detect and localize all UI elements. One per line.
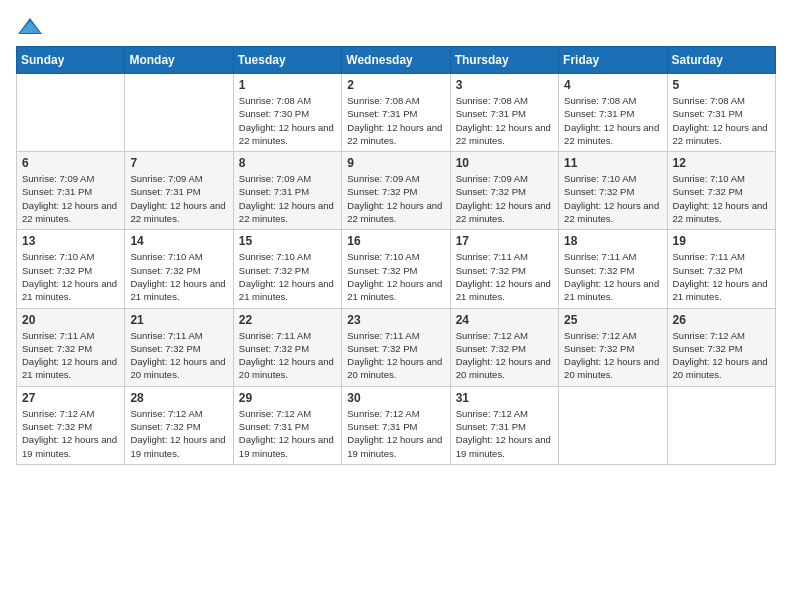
calendar-cell: 8Sunrise: 7:09 AM Sunset: 7:31 PM Daylig… (233, 152, 341, 230)
calendar-cell (125, 74, 233, 152)
day-info: Sunrise: 7:12 AM Sunset: 7:32 PM Dayligh… (673, 329, 770, 382)
day-number: 2 (347, 78, 444, 92)
day-info: Sunrise: 7:12 AM Sunset: 7:31 PM Dayligh… (239, 407, 336, 460)
day-number: 27 (22, 391, 119, 405)
day-number: 25 (564, 313, 661, 327)
day-info: Sunrise: 7:11 AM Sunset: 7:32 PM Dayligh… (22, 329, 119, 382)
day-number: 7 (130, 156, 227, 170)
calendar-cell: 21Sunrise: 7:11 AM Sunset: 7:32 PM Dayli… (125, 308, 233, 386)
day-info: Sunrise: 7:10 AM Sunset: 7:32 PM Dayligh… (347, 250, 444, 303)
day-number: 22 (239, 313, 336, 327)
calendar-cell: 3Sunrise: 7:08 AM Sunset: 7:31 PM Daylig… (450, 74, 558, 152)
day-info: Sunrise: 7:12 AM Sunset: 7:31 PM Dayligh… (347, 407, 444, 460)
day-number: 21 (130, 313, 227, 327)
day-number: 14 (130, 234, 227, 248)
day-info: Sunrise: 7:08 AM Sunset: 7:31 PM Dayligh… (673, 94, 770, 147)
day-number: 16 (347, 234, 444, 248)
calendar-table: SundayMondayTuesdayWednesdayThursdayFrid… (16, 46, 776, 465)
calendar-cell: 30Sunrise: 7:12 AM Sunset: 7:31 PM Dayli… (342, 386, 450, 464)
calendar-cell: 28Sunrise: 7:12 AM Sunset: 7:32 PM Dayli… (125, 386, 233, 464)
calendar-cell: 31Sunrise: 7:12 AM Sunset: 7:31 PM Dayli… (450, 386, 558, 464)
calendar-week-row: 27Sunrise: 7:12 AM Sunset: 7:32 PM Dayli… (17, 386, 776, 464)
day-info: Sunrise: 7:10 AM Sunset: 7:32 PM Dayligh… (673, 172, 770, 225)
day-info: Sunrise: 7:12 AM Sunset: 7:32 PM Dayligh… (456, 329, 553, 382)
page-header (16, 16, 776, 36)
day-info: Sunrise: 7:09 AM Sunset: 7:32 PM Dayligh… (456, 172, 553, 225)
calendar-cell: 11Sunrise: 7:10 AM Sunset: 7:32 PM Dayli… (559, 152, 667, 230)
day-number: 8 (239, 156, 336, 170)
calendar-week-row: 6Sunrise: 7:09 AM Sunset: 7:31 PM Daylig… (17, 152, 776, 230)
day-info: Sunrise: 7:08 AM Sunset: 7:31 PM Dayligh… (347, 94, 444, 147)
day-info: Sunrise: 7:10 AM Sunset: 7:32 PM Dayligh… (564, 172, 661, 225)
calendar-cell (559, 386, 667, 464)
day-number: 1 (239, 78, 336, 92)
day-info: Sunrise: 7:12 AM Sunset: 7:32 PM Dayligh… (564, 329, 661, 382)
day-info: Sunrise: 7:10 AM Sunset: 7:32 PM Dayligh… (130, 250, 227, 303)
calendar-cell: 10Sunrise: 7:09 AM Sunset: 7:32 PM Dayli… (450, 152, 558, 230)
day-number: 5 (673, 78, 770, 92)
day-info: Sunrise: 7:10 AM Sunset: 7:32 PM Dayligh… (239, 250, 336, 303)
calendar-cell: 29Sunrise: 7:12 AM Sunset: 7:31 PM Dayli… (233, 386, 341, 464)
day-number: 13 (22, 234, 119, 248)
calendar-cell: 22Sunrise: 7:11 AM Sunset: 7:32 PM Dayli… (233, 308, 341, 386)
day-number: 28 (130, 391, 227, 405)
calendar-cell: 24Sunrise: 7:12 AM Sunset: 7:32 PM Dayli… (450, 308, 558, 386)
calendar-cell: 20Sunrise: 7:11 AM Sunset: 7:32 PM Dayli… (17, 308, 125, 386)
calendar-cell: 7Sunrise: 7:09 AM Sunset: 7:31 PM Daylig… (125, 152, 233, 230)
calendar-cell: 4Sunrise: 7:08 AM Sunset: 7:31 PM Daylig… (559, 74, 667, 152)
day-number: 4 (564, 78, 661, 92)
day-info: Sunrise: 7:09 AM Sunset: 7:31 PM Dayligh… (130, 172, 227, 225)
day-info: Sunrise: 7:09 AM Sunset: 7:32 PM Dayligh… (347, 172, 444, 225)
calendar-cell: 12Sunrise: 7:10 AM Sunset: 7:32 PM Dayli… (667, 152, 775, 230)
weekday-header: Tuesday (233, 47, 341, 74)
day-info: Sunrise: 7:12 AM Sunset: 7:32 PM Dayligh… (22, 407, 119, 460)
day-info: Sunrise: 7:11 AM Sunset: 7:32 PM Dayligh… (239, 329, 336, 382)
day-number: 31 (456, 391, 553, 405)
calendar-cell: 19Sunrise: 7:11 AM Sunset: 7:32 PM Dayli… (667, 230, 775, 308)
day-number: 6 (22, 156, 119, 170)
svg-marker-1 (20, 21, 40, 33)
day-info: Sunrise: 7:11 AM Sunset: 7:32 PM Dayligh… (673, 250, 770, 303)
calendar-cell: 6Sunrise: 7:09 AM Sunset: 7:31 PM Daylig… (17, 152, 125, 230)
day-number: 19 (673, 234, 770, 248)
day-info: Sunrise: 7:09 AM Sunset: 7:31 PM Dayligh… (22, 172, 119, 225)
calendar-cell (17, 74, 125, 152)
calendar-cell: 14Sunrise: 7:10 AM Sunset: 7:32 PM Dayli… (125, 230, 233, 308)
calendar-cell: 25Sunrise: 7:12 AM Sunset: 7:32 PM Dayli… (559, 308, 667, 386)
weekday-header: Sunday (17, 47, 125, 74)
calendar-cell: 27Sunrise: 7:12 AM Sunset: 7:32 PM Dayli… (17, 386, 125, 464)
day-number: 24 (456, 313, 553, 327)
day-number: 30 (347, 391, 444, 405)
calendar-week-row: 13Sunrise: 7:10 AM Sunset: 7:32 PM Dayli… (17, 230, 776, 308)
day-info: Sunrise: 7:12 AM Sunset: 7:31 PM Dayligh… (456, 407, 553, 460)
day-number: 26 (673, 313, 770, 327)
day-info: Sunrise: 7:08 AM Sunset: 7:31 PM Dayligh… (456, 94, 553, 147)
calendar-cell: 9Sunrise: 7:09 AM Sunset: 7:32 PM Daylig… (342, 152, 450, 230)
calendar-cell: 2Sunrise: 7:08 AM Sunset: 7:31 PM Daylig… (342, 74, 450, 152)
day-number: 29 (239, 391, 336, 405)
calendar-cell: 5Sunrise: 7:08 AM Sunset: 7:31 PM Daylig… (667, 74, 775, 152)
weekday-header: Monday (125, 47, 233, 74)
logo (16, 16, 48, 36)
weekday-header-row: SundayMondayTuesdayWednesdayThursdayFrid… (17, 47, 776, 74)
calendar-cell: 1Sunrise: 7:08 AM Sunset: 7:30 PM Daylig… (233, 74, 341, 152)
day-info: Sunrise: 7:10 AM Sunset: 7:32 PM Dayligh… (22, 250, 119, 303)
day-info: Sunrise: 7:08 AM Sunset: 7:30 PM Dayligh… (239, 94, 336, 147)
day-number: 20 (22, 313, 119, 327)
day-number: 3 (456, 78, 553, 92)
calendar-cell: 17Sunrise: 7:11 AM Sunset: 7:32 PM Dayli… (450, 230, 558, 308)
day-info: Sunrise: 7:11 AM Sunset: 7:32 PM Dayligh… (130, 329, 227, 382)
weekday-header: Saturday (667, 47, 775, 74)
day-info: Sunrise: 7:09 AM Sunset: 7:31 PM Dayligh… (239, 172, 336, 225)
calendar-cell: 15Sunrise: 7:10 AM Sunset: 7:32 PM Dayli… (233, 230, 341, 308)
calendar-week-row: 1Sunrise: 7:08 AM Sunset: 7:30 PM Daylig… (17, 74, 776, 152)
day-info: Sunrise: 7:11 AM Sunset: 7:32 PM Dayligh… (564, 250, 661, 303)
day-number: 11 (564, 156, 661, 170)
calendar-body: 1Sunrise: 7:08 AM Sunset: 7:30 PM Daylig… (17, 74, 776, 465)
calendar-week-row: 20Sunrise: 7:11 AM Sunset: 7:32 PM Dayli… (17, 308, 776, 386)
weekday-header: Wednesday (342, 47, 450, 74)
weekday-header: Friday (559, 47, 667, 74)
day-info: Sunrise: 7:08 AM Sunset: 7:31 PM Dayligh… (564, 94, 661, 147)
logo-icon (16, 16, 44, 36)
day-number: 12 (673, 156, 770, 170)
